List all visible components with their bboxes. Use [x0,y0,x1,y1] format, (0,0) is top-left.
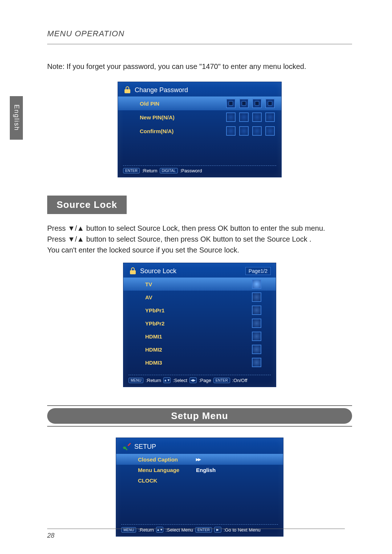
source-item-tv[interactable]: TV [123,278,276,291]
new-pin-row[interactable]: New PIN(N/A) [118,110,281,124]
source-item-av[interactable]: AV [123,291,276,304]
old-pin-row[interactable]: Old PIN [118,97,281,110]
checkbox-icon[interactable] [252,332,261,341]
setup-dialog: SETUP Closed Caption ▸▸ Menu Language En… [116,438,283,537]
language-tab: English [10,96,23,140]
setup-menu-heading: Setup Menu [47,408,352,424]
dialog-footer: MENU :Return ▲▼ :Select ◀▶ :Page ENTER :… [123,377,276,387]
enter-key-icon: ENTER [123,168,140,173]
checkbox-icon[interactable] [252,292,261,302]
old-pin-inputs[interactable] [226,99,275,108]
dialog-title: Change Password [135,86,188,94]
chevron-right-icon: ▸▸ [196,456,200,463]
checkbox-icon[interactable] [252,305,261,315]
setup-row-clock[interactable]: CLOCK [116,475,283,486]
source-lock-heading: Source Lock [47,196,127,214]
checkbox-icon[interactable] [252,279,261,289]
header-rule [47,44,352,44]
new-pin-inputs[interactable] [226,112,275,122]
lock-icon [128,267,137,275]
digital-key-icon: DIGITAL [160,168,178,173]
page-number: 28 [47,529,345,539]
source-lock-description: Press ▼/▲ button to select Source Lock, … [47,223,352,255]
checkbox-icon[interactable] [252,345,261,354]
source-item-hdmi2[interactable]: HDMI2 [123,343,276,356]
confirm-pin-inputs[interactable] [226,126,275,136]
lock-icon [123,86,132,94]
leftright-arrows-icon: ◀▶ [189,377,197,383]
tools-icon [121,442,131,452]
source-item-ypbpr2[interactable]: YPbPr2 [123,317,276,330]
confirm-pin-row[interactable]: Confirm(N/A) [118,124,281,138]
setup-row-closed-caption[interactable]: Closed Caption ▸▸ [116,454,283,465]
dialog-footer: ENTER :Return DIGITAL :Password [118,168,281,177]
dialog-title: SETUP [134,443,156,451]
dialog-title: Source Lock [140,267,176,275]
page-header: MENU OPERATION [47,29,352,38]
source-lock-dialog: Source Lock Page1/2 TV AV YPbPr1 YPbPr2 … [123,263,276,387]
setup-menu-divider: Setup Menu [47,405,352,427]
checkbox-icon[interactable] [252,319,261,328]
page-indicator: Page1/2 [245,267,271,275]
updown-arrows-icon: ▲▼ [163,377,171,383]
source-item-ypbpr1[interactable]: YPbPr1 [123,304,276,317]
menu-key-icon: MENU [128,378,143,383]
source-item-hdmi1[interactable]: HDMI1 [123,330,276,343]
source-item-hdmi3[interactable]: HDMI3 [123,356,276,369]
note-text: Note: If you forget your password, you c… [47,62,352,71]
checkbox-icon[interactable] [252,358,261,367]
change-password-dialog: Change Password Old PIN New PIN(N/A) Con… [118,82,282,177]
enter-key-icon: ENTER [213,378,230,383]
setup-row-menu-language[interactable]: Menu Language English [116,465,283,475]
